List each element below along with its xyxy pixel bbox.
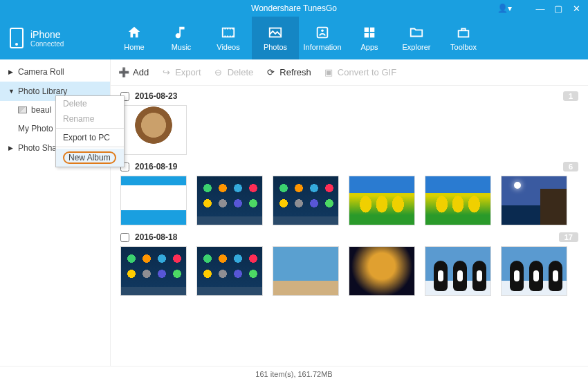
phone-icon: [10, 28, 24, 48]
export-button[interactable]: ↪Export: [161, 67, 201, 77]
header: iPhone Connected Home Music Videos Photo…: [0, 17, 588, 59]
thumb-row: [120, 176, 578, 225]
user-icon[interactable]: 👤▾: [497, 0, 512, 17]
svg-rect-1: [318, 28, 328, 38]
tab-label: Apps: [360, 43, 378, 51]
close-button[interactable]: ✕: [567, 0, 585, 17]
photo-thumb[interactable]: [120, 105, 187, 155]
apps-icon: [361, 25, 378, 40]
photo-thumb[interactable]: [120, 176, 187, 225]
ctx-delete[interactable]: Delete: [56, 96, 124, 111]
group-date: 2016-08-18: [135, 232, 177, 242]
chevron-right-icon: ▶: [8, 145, 14, 151]
btn-label: Delete: [228, 67, 254, 77]
photo-thumb[interactable]: [196, 246, 263, 296]
group-count-badge: 1: [563, 91, 578, 101]
btn-label: Refresh: [279, 67, 311, 77]
tab-home[interactable]: Home: [111, 17, 158, 59]
status-bar: 161 item(s), 161.72MB: [0, 366, 588, 381]
status-text: 161 item(s), 161.72MB: [255, 370, 332, 378]
tab-label: Photos: [264, 43, 287, 51]
svg-rect-6: [370, 33, 374, 37]
device-panel[interactable]: iPhone Connected: [0, 17, 111, 59]
photo-thumb[interactable]: [501, 246, 567, 296]
photo-thumb[interactable]: [425, 176, 491, 225]
chevron-right-icon: ▶: [8, 68, 14, 75]
ctx-new-album-highlight: New Album: [63, 151, 116, 164]
main: ▶Camera Roll ▼Photo Library beaul My Pho…: [0, 59, 588, 366]
gif-icon: ▣: [324, 68, 333, 77]
context-menu: Delete Rename Export to PC New Album: [55, 95, 125, 167]
photo-content[interactable]: 2016-08-2312016-08-1962016-08-1817: [111, 86, 588, 366]
sidebar-label: My Photo S: [18, 124, 61, 133]
svg-rect-7: [459, 30, 469, 37]
add-button[interactable]: ➕Add: [119, 67, 149, 77]
music-icon: [173, 25, 190, 40]
thumb-row: [120, 105, 578, 155]
sidebar-item-camera-roll[interactable]: ▶Camera Roll: [0, 62, 110, 82]
tab-label: Toolbox: [450, 43, 477, 51]
information-icon: [314, 25, 331, 40]
chevron-down-icon: ▼: [8, 88, 14, 95]
maximize-button[interactable]: ▢: [549, 0, 567, 17]
tab-label: Information: [303, 43, 341, 51]
group-checkbox[interactable]: [120, 233, 129, 242]
btn-label: Add: [133, 67, 149, 77]
photo-thumb[interactable]: [349, 176, 415, 225]
refresh-icon: ⟳: [266, 68, 275, 77]
ctx-new-album[interactable]: New Album: [56, 149, 124, 167]
tab-label: Home: [124, 43, 144, 51]
toolbar: ➕Add ↪Export ⊖Delete ⟳Refresh ▣Convert t…: [111, 59, 588, 86]
refresh-button[interactable]: ⟳Refresh: [266, 67, 311, 77]
btn-label: Export: [175, 67, 201, 77]
tab-music[interactable]: Music: [158, 17, 205, 59]
picture-icon: [18, 106, 27, 113]
tab-label: Music: [172, 43, 192, 51]
photo-group: 2016-08-196: [120, 162, 578, 225]
photo-group: 2016-08-231: [120, 91, 578, 155]
videos-icon: [220, 25, 237, 40]
window-controls: — ▢ ✕: [531, 0, 585, 17]
sidebar: ▶Camera Roll ▼Photo Library beaul My Pho…: [0, 59, 111, 366]
svg-rect-3: [365, 28, 369, 32]
tab-videos[interactable]: Videos: [205, 17, 252, 59]
sidebar-label: Photo Library: [18, 86, 67, 96]
convert-gif-button[interactable]: ▣Convert to GIF: [324, 67, 396, 77]
ctx-rename[interactable]: Rename: [56, 111, 124, 127]
group-date: 2016-08-23: [135, 91, 177, 101]
photo-thumb[interactable]: [501, 176, 567, 225]
explorer-icon: [408, 25, 425, 40]
tab-photos[interactable]: Photos: [252, 17, 299, 59]
app-title: Wondershare TunesGo: [251, 3, 337, 13]
photo-thumb[interactable]: [425, 246, 491, 296]
delete-button[interactable]: ⊖Delete: [214, 67, 254, 77]
tab-information[interactable]: Information: [299, 17, 346, 59]
group-count-badge: 6: [563, 162, 578, 171]
group-header: 2016-08-231: [120, 91, 578, 101]
photo-thumb[interactable]: [349, 246, 415, 296]
group-header: 2016-08-1817: [120, 232, 578, 242]
svg-rect-5: [365, 33, 369, 37]
tab-toolbox[interactable]: Toolbox: [440, 17, 487, 59]
photo-thumb[interactable]: [273, 246, 339, 296]
tab-label: Videos: [217, 43, 239, 51]
svg-point-2: [321, 29, 324, 32]
plus-icon: ➕: [119, 68, 129, 77]
tab-explorer[interactable]: Explorer: [393, 17, 440, 59]
minimize-button[interactable]: —: [531, 0, 549, 17]
group-header: 2016-08-196: [120, 162, 578, 171]
device-name: iPhone: [30, 29, 64, 40]
sidebar-label: Camera Roll: [18, 67, 64, 77]
device-status: Connected: [30, 40, 64, 48]
sidebar-label: beaul: [31, 105, 51, 115]
group-count-badge: 17: [559, 232, 578, 242]
photo-thumb[interactable]: [120, 246, 187, 296]
tab-apps[interactable]: Apps: [346, 17, 393, 59]
photo-group: 2016-08-1817: [120, 232, 578, 296]
ctx-export-to-pc[interactable]: Export to PC: [56, 130, 124, 145]
svg-rect-4: [370, 28, 374, 32]
btn-label: Convert to GIF: [338, 67, 396, 77]
photo-thumb[interactable]: [196, 176, 263, 225]
title-bar: Wondershare TunesGo 👤▾ — ▢ ✕: [0, 0, 588, 17]
photo-thumb[interactable]: [273, 176, 339, 225]
